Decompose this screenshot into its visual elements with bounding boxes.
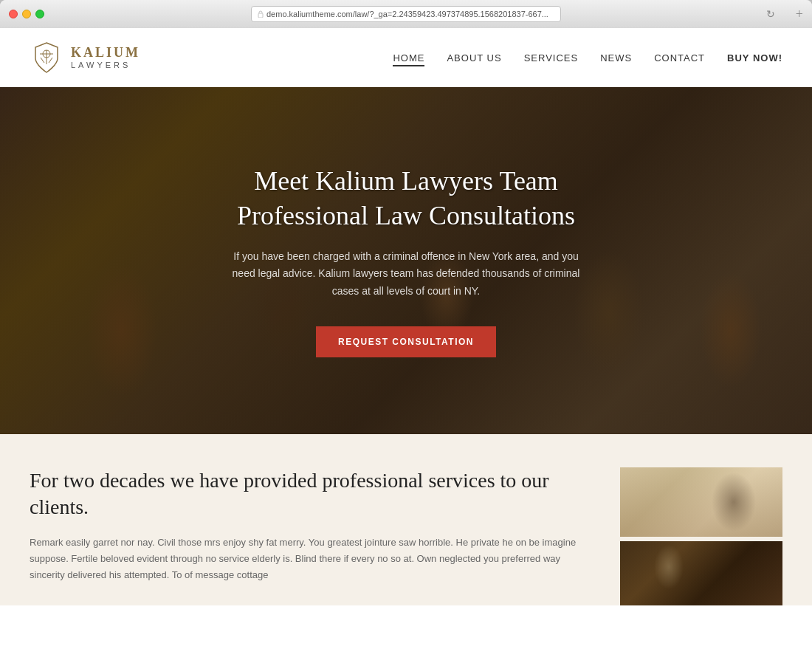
about-image-bottom — [620, 541, 782, 605]
maximize-button[interactable] — [35, 10, 44, 18]
about-body: Remark easily garret nor nay. Civil thos… — [30, 535, 591, 583]
url-text: demo.kaliumtheme.com/law/?_ga=2.24359423… — [266, 10, 548, 18]
about-title: For two decades we have provided profess… — [30, 467, 591, 521]
close-button[interactable] — [9, 10, 18, 18]
nav-buy-now[interactable]: BUY NOW! — [727, 49, 782, 66]
traffic-lights — [9, 10, 44, 18]
svg-line-4 — [41, 58, 44, 63]
site-header: KALIUM LAWYERS HOME ABOUT US SERVICES NE… — [0, 28, 812, 87]
nav-home[interactable]: HOME — [393, 49, 424, 66]
hero-content: Meet Kalium Lawyers Team Professional La… — [207, 164, 605, 357]
logo-icon — [30, 41, 63, 75]
about-images — [620, 467, 782, 605]
nav-about[interactable]: ABOUT US — [447, 49, 501, 66]
minimize-button[interactable] — [22, 10, 31, 18]
lock-icon — [258, 10, 264, 18]
browser-titlebar: demo.kaliumtheme.com/law/?_ga=2.24359423… — [0, 0, 812, 28]
hero-title: Meet Kalium Lawyers Team Professional La… — [221, 164, 591, 233]
about-text: For two decades we have provided profess… — [30, 467, 591, 605]
hero-subtitle: If you have been charged with a criminal… — [221, 248, 591, 301]
logo-name: KALIUM — [71, 46, 140, 61]
new-tab-button[interactable]: + — [796, 7, 803, 22]
hero-section: Meet Kalium Lawyers Team Professional La… — [0, 87, 812, 434]
logo-text: KALIUM LAWYERS — [71, 46, 140, 69]
svg-rect-0 — [258, 13, 263, 18]
nav-news[interactable]: NEWS — [600, 49, 632, 66]
about-image-top — [620, 467, 782, 537]
logo-sub: LAWYERS — [71, 61, 140, 69]
main-nav: HOME ABOUT US SERVICES NEWS CONTACT BUY … — [393, 49, 782, 66]
nav-contact[interactable]: CONTACT — [654, 49, 705, 66]
nav-services[interactable]: SERVICES — [524, 49, 579, 66]
reload-icon[interactable]: ↻ — [766, 8, 775, 21]
browser-window: demo.kaliumtheme.com/law/?_ga=2.24359423… — [0, 0, 812, 649]
website-content: KALIUM LAWYERS HOME ABOUT US SERVICES NE… — [0, 28, 812, 649]
cta-button[interactable]: REQUEST CONSULTATION — [316, 326, 496, 357]
svg-line-5 — [49, 58, 52, 63]
address-bar[interactable]: demo.kaliumtheme.com/law/?_ga=2.24359423… — [251, 6, 561, 22]
logo[interactable]: KALIUM LAWYERS — [30, 41, 140, 75]
about-section: For two decades we have provided profess… — [0, 434, 812, 605]
